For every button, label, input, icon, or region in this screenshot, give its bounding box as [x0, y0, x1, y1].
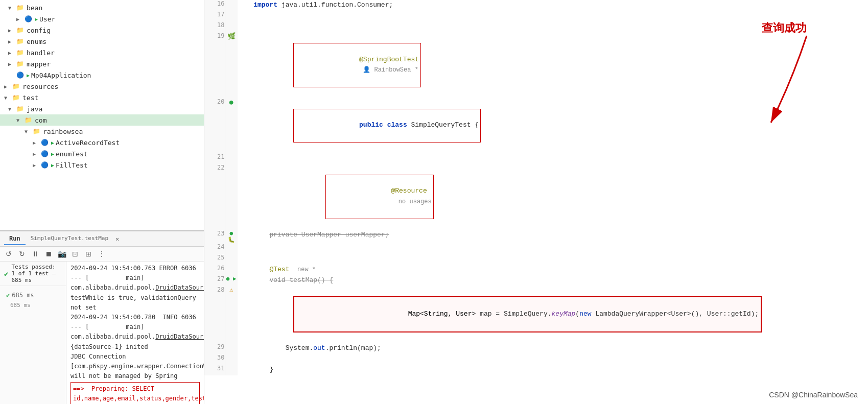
lambda-wrapper: LambdaQueryWrapper<User> [595, 310, 691, 318]
sql-box: ==> Preparing: SELECT id,name,age,email,… [71, 382, 200, 404]
fold-button[interactable]: ⊡ [69, 248, 81, 259]
run-tab-run[interactable]: Run [4, 233, 26, 245]
no-usages: no usages [391, 198, 431, 205]
tree-item-resources[interactable]: ▶ 📁 resources [0, 81, 204, 92]
tree-item-enums[interactable]: ▶ 📁 enums [0, 36, 204, 47]
close-tab-icon[interactable]: ✕ [115, 235, 119, 243]
line-num-24: 24 [204, 243, 225, 254]
folder-icon-mapper: 📁 [15, 59, 25, 68]
tree-item-active[interactable]: ▶ 🔵 ▶ ActiveRecordTest [0, 137, 204, 148]
label-active: ActiveRecordTest [56, 139, 200, 147]
stop2-button[interactable]: ⏹ [43, 248, 54, 259]
line-num-19: 19 [204, 32, 225, 98]
method-testmap: void testMap() { [269, 276, 333, 284]
code-line-29: System.out.println(map); [238, 343, 868, 354]
code-line-30 [238, 354, 868, 365]
arrow-resources: ▶ [4, 84, 11, 89]
test-status-text: Tests passed: 1 of 1 test – 685 ms [11, 264, 62, 283]
line-num-28: 28 [204, 286, 225, 343]
code-line-21 [238, 153, 868, 164]
line-num-23: 23 [204, 230, 225, 243]
pause-button[interactable]: ⏸ [30, 248, 41, 259]
annotation-springboottest: @SpringBootTest [359, 56, 419, 63]
label-config: config [27, 27, 200, 34]
method-keymap: keyMap [552, 310, 576, 318]
code-line-16: import java.util.function.Consumer; [238, 0, 868, 11]
folder-icon-rainbowsea: 📁 [32, 127, 41, 136]
label-user: User [39, 15, 200, 23]
annotation-resource: @Resource [391, 187, 427, 195]
gutter-21 [225, 153, 238, 164]
run-left-panel: ✔ Tests passed: 1 of 1 test – 685 ms ✔ 6… [0, 262, 66, 404]
expand-button[interactable]: ⊞ [83, 248, 94, 259]
arrow-fill: ▶ [33, 162, 40, 168]
brace-open: { [475, 121, 479, 129]
run-duration-item: ✔ 685 ms [0, 290, 66, 300]
arrow-rainbowsea: ▼ [25, 129, 32, 134]
annotation-test: @Test [269, 266, 289, 273]
log-preparing: ==> Preparing: SELECT id,name,age,email,… [73, 384, 197, 404]
arrow-java: ▼ [8, 106, 15, 112]
log-line-2: 2024-09-24 19:54:00.780 INFO 6036 --- [ … [71, 313, 200, 352]
tree-item-handler[interactable]: ▶ 📁 handler [0, 47, 204, 58]
tree-item-config[interactable]: ▶ 📁 config [0, 25, 204, 36]
tree-item-user[interactable]: ▶ 🔵 ▶ User [0, 13, 204, 25]
line-num-25: 25 [204, 254, 225, 265]
tree-item-mp04app[interactable]: 🔵 ▶ Mp04Application [0, 69, 204, 81]
field-usermapper: private UserMapper userMapper; [269, 231, 389, 239]
tree-item-bean[interactable]: ▼ 📁 bean [0, 2, 204, 13]
gutter-16 [225, 0, 238, 11]
log-line-1: 2024-09-24 19:54:00.763 ERROR 6036 --- [… [71, 264, 200, 313]
arrow-handler: ▶ [8, 50, 15, 56]
tree-item-enum[interactable]: ▶ 🔵 ▶ enumTest [0, 148, 204, 159]
code-area[interactable]: 查询成功 16 import java.util.func [204, 0, 868, 404]
label-fill: FillTest [56, 161, 200, 169]
run-icon-active: ▶ [51, 140, 54, 146]
run-icon-enum: ▶ [51, 151, 54, 157]
var-map: map [480, 310, 491, 318]
table-row: 31 } [204, 365, 868, 375]
sysout-map: System.out.println(map); [286, 344, 381, 352]
tree-item-rainbowsea[interactable]: ▼ 📁 rainbowsea [0, 126, 204, 137]
gutter-17 [225, 11, 238, 21]
stop-button[interactable]: ↻ [16, 248, 28, 259]
gutter-18 [225, 21, 238, 32]
line-num-16: 16 [204, 0, 225, 11]
simple-query: SimpleQuery [504, 310, 548, 318]
line-num-26: 26 [204, 265, 225, 275]
folder-icon-com: 📁 [24, 115, 33, 125]
method-ref: User::getId [707, 310, 751, 318]
tree-item-mapper[interactable]: ▶ 📁 mapper [0, 58, 204, 69]
run-time-detail: 685 ms [0, 300, 66, 310]
line-num-21: 21 [204, 153, 225, 164]
run-icon-mp04app: ▶ [27, 73, 30, 78]
line-num-31: 31 [204, 365, 225, 375]
folder-icon-test: 📁 [11, 93, 20, 102]
tree-item-java[interactable]: ▼ 📁 java [0, 103, 204, 114]
table-row: 29 System.out.println(map); [204, 343, 868, 354]
arrow-test: ▼ [4, 95, 11, 101]
gutter-27: ● ▶ [225, 275, 238, 286]
gutter-28: ⚠ [225, 286, 238, 343]
code-line-28: Map<String, User> map = SimpleQuery.keyM… [238, 286, 868, 343]
arrow-config: ▶ [8, 28, 15, 33]
code-line-22: @Resource no usages [238, 164, 868, 230]
rerun-button[interactable]: ↺ [3, 248, 14, 259]
snapshot-button[interactable]: 📷 [56, 248, 67, 259]
more-button[interactable]: ⋮ [96, 248, 107, 259]
tree-item-com[interactable]: ▼ 📁 com [0, 114, 204, 126]
check-icon: ✔ [4, 270, 8, 278]
table-row: 28 ⚠ Map<String, User> map = SimpleQuery… [204, 286, 868, 343]
tree-item-fill[interactable]: ▶ 🔵 ▶ FillTest [0, 159, 204, 171]
folder-icon-handler: 📁 [15, 48, 25, 57]
tree-item-test[interactable]: ▼ 📁 test [0, 92, 204, 103]
gutter-22 [225, 164, 238, 230]
line-num-29: 29 [204, 343, 225, 354]
line-num-17: 17 [204, 11, 225, 21]
run-content: ✔ Tests passed: 1 of 1 test – 685 ms ✔ 6… [0, 262, 204, 404]
class-icon-user: 🔵 [24, 14, 33, 23]
line-num-27: 27 [204, 275, 225, 286]
run-log[interactable]: 2024-09-24 19:54:00.763 ERROR 6036 --- [… [66, 262, 204, 404]
run-tab-query[interactable]: SimpleQueryTest.testMap [26, 233, 113, 245]
code-line-26: @Test new * [238, 265, 868, 275]
